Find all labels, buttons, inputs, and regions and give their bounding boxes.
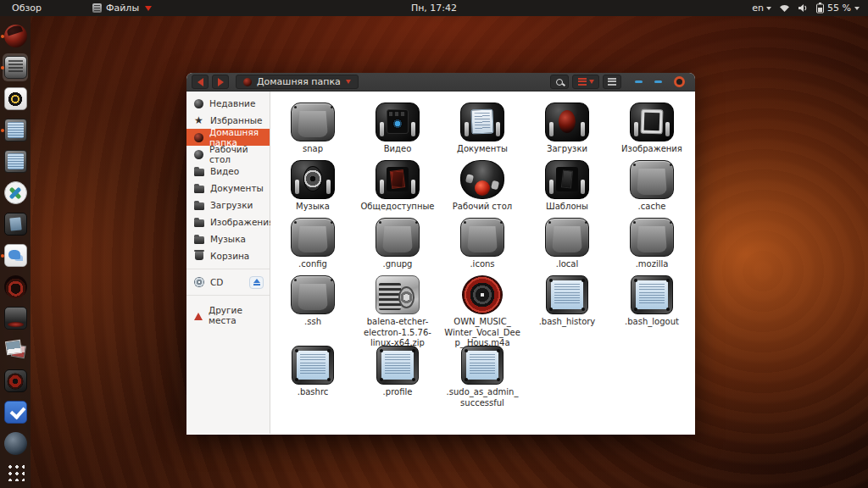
- folder-templates-icon: [545, 160, 589, 199]
- file-bash-history[interactable]: .bash_history: [525, 273, 609, 343]
- music-folder-icon: [194, 236, 204, 244]
- keyboard-layout-label: en: [752, 3, 764, 14]
- dock-item-photos[interactable]: [0, 334, 31, 365]
- file-label: Видео: [384, 144, 412, 155]
- file-label: Изображения: [621, 144, 682, 155]
- sidebar: Недавние Избранные Домашняя папка Рабочи…: [186, 92, 270, 434]
- file-label: .profile: [383, 387, 413, 398]
- dock-item-remote-desktop[interactable]: [0, 177, 31, 208]
- sidebar-item-desktop[interactable]: Рабочий стол: [186, 146, 270, 163]
- file-snap[interactable]: snap: [270, 100, 355, 158]
- window-headerbar[interactable]: Домашняя папка: [186, 73, 695, 92]
- sidebar-item-music[interactable]: Музыка: [186, 230, 270, 247]
- forward-button[interactable]: [212, 75, 229, 89]
- keyboard-layout-indicator[interactable]: en: [752, 3, 771, 14]
- file-gnupg[interactable]: .gnupg: [355, 215, 440, 273]
- file-public[interactable]: Общедоступные: [355, 158, 440, 215]
- battery-indicator[interactable]: 55 %: [816, 3, 860, 14]
- sidebar-label: Другие места: [209, 305, 270, 325]
- file-icons-folder[interactable]: .icons: [440, 215, 525, 273]
- file-own-music-m4a[interactable]: OWN_MUSIC_ Winter_Vocal_Deep_ Hous.m4a: [440, 273, 525, 343]
- file-documents[interactable]: Документы: [440, 100, 525, 158]
- file-desktop[interactable]: Рабочий стол: [440, 158, 525, 215]
- file-ssh[interactable]: .ssh: [270, 273, 355, 343]
- desktop-icon: [194, 150, 203, 159]
- path-bar-button[interactable]: Домашняя папка: [236, 75, 359, 89]
- dock-item-planet[interactable]: [0, 428, 31, 459]
- dock-item-dark-document[interactable]: [0, 208, 31, 240]
- file-config[interactable]: .config: [270, 215, 355, 273]
- file-videos[interactable]: Видео: [355, 100, 440, 158]
- search-icon: [556, 79, 563, 86]
- dock-item-text-document[interactable]: [0, 146, 31, 177]
- sidebar-item-downloads[interactable]: Загрузки: [186, 197, 270, 214]
- folder-gray-icon: [460, 218, 504, 257]
- hamburger-icon: [608, 78, 616, 86]
- show-applications-button[interactable]: [6, 463, 25, 481]
- crossed-arrows-icon: [4, 181, 27, 204]
- file-label: .sudo_as_admin_ successful: [443, 387, 521, 408]
- file-grid: snap Видео Документы Загрузки Изображени…: [270, 92, 695, 434]
- app-menu-label: Файлы: [106, 3, 139, 14]
- sidebar-item-starred[interactable]: Избранные: [186, 112, 270, 129]
- folder-pictures-icon: [630, 103, 674, 141]
- dock-item-system-tool[interactable]: [0, 302, 31, 334]
- file-local[interactable]: .local: [525, 215, 609, 273]
- dock-item-vinyl[interactable]: [0, 365, 31, 396]
- pictures-folder-icon: [194, 219, 204, 227]
- back-button[interactable]: [192, 75, 209, 89]
- sidebar-item-other-locations[interactable]: Другие места: [186, 307, 270, 324]
- sidebar-item-trash[interactable]: Корзина: [186, 247, 270, 264]
- browser-app-icon: [4, 25, 27, 47]
- sidebar-item-pictures[interactable]: Изображения: [186, 214, 270, 230]
- file-label: Рабочий стол: [453, 202, 512, 213]
- trash-icon: [195, 252, 203, 260]
- sidebar-item-home[interactable]: Домашняя папка: [186, 129, 270, 146]
- activities-button[interactable]: Обзор: [0, 0, 53, 16]
- sidebar-label: Видео: [210, 166, 239, 176]
- folder-gray-icon: [630, 160, 674, 199]
- view-toggle-button[interactable]: [572, 75, 599, 89]
- dock-item-browser[interactable]: [0, 20, 31, 52]
- close-button[interactable]: [674, 76, 685, 87]
- file-bashrc[interactable]: .bashrc: [270, 343, 355, 411]
- dock-item-notes[interactable]: [0, 240, 31, 271]
- file-cache[interactable]: .cache: [609, 158, 694, 215]
- sidebar-item-videos[interactable]: Видео: [186, 163, 270, 180]
- headset-icon: [4, 275, 27, 298]
- text-file-icon: [631, 275, 673, 314]
- cd-icon: [194, 277, 204, 287]
- file-downloads[interactable]: Загрузки: [525, 100, 609, 158]
- dock-item-tasks[interactable]: [0, 396, 31, 428]
- dock-item-music-player[interactable]: [0, 83, 31, 114]
- recent-icon: [194, 99, 203, 108]
- chevron-down-icon: [854, 7, 860, 10]
- dock-item-text-editor[interactable]: [0, 114, 31, 146]
- maximize-button[interactable]: [654, 80, 662, 83]
- sidebar-label: Документы: [210, 183, 264, 193]
- file-pictures[interactable]: Изображения: [609, 100, 694, 158]
- file-balena-zip[interactable]: balena-etcher-electron-1.5.76-linux-x64.…: [355, 273, 440, 343]
- file-label: .bash_history: [539, 317, 596, 328]
- list-view-icon: [578, 78, 587, 86]
- eject-button[interactable]: [249, 276, 264, 289]
- file-templates[interactable]: Шаблоны: [525, 158, 609, 215]
- folder-documents-icon: [460, 103, 504, 141]
- search-button[interactable]: [550, 75, 569, 89]
- dock-item-headset[interactable]: [0, 271, 31, 302]
- app-menu[interactable]: Файлы: [84, 0, 160, 16]
- minimize-button[interactable]: [635, 80, 643, 83]
- file-music[interactable]: Музыка: [270, 158, 355, 215]
- file-label: Документы: [457, 144, 508, 155]
- file-profile[interactable]: .profile: [355, 343, 440, 411]
- sidebar-item-recent[interactable]: Недавние: [186, 95, 270, 112]
- sidebar-label: Загрузки: [210, 200, 253, 210]
- battery-icon: [816, 3, 824, 14]
- sidebar-item-documents[interactable]: Документы: [186, 180, 270, 197]
- file-sudo-as-admin[interactable]: .sudo_as_admin_ successful: [440, 343, 525, 411]
- file-mozilla[interactable]: .mozilla: [609, 215, 694, 273]
- file-bash-logout[interactable]: .bash_logout: [609, 273, 694, 343]
- dock-item-files[interactable]: [0, 52, 31, 83]
- menu-button[interactable]: [603, 75, 621, 89]
- sidebar-item-cd[interactable]: CD: [186, 274, 270, 291]
